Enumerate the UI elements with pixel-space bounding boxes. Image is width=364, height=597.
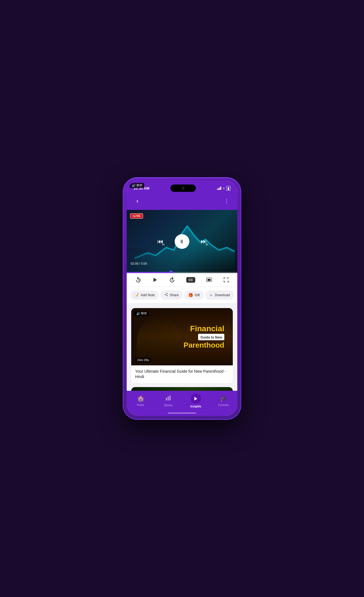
phone-screen: 10:30 AM ≈ ▮ ‹ ⋮: [127, 181, 237, 416]
notch: [170, 185, 196, 192]
svg-marker-10: [194, 397, 198, 401]
phone-frame: 10:30 AM ≈ ▮ ‹ ⋮: [123, 177, 241, 420]
download-button[interactable]: Download: [205, 290, 234, 300]
rewind-button[interactable]: ⏮ 10: [157, 238, 163, 245]
card-bg-1: Financial Guide to New Parenthood: [131, 308, 233, 365]
card-title-main2: Parenthood: [184, 341, 224, 350]
svg-rect-7: [166, 398, 167, 400]
nav-courses[interactable]: 🎓 Courses: [215, 395, 232, 407]
add-note-button[interactable]: 📝 Add Note: [130, 291, 159, 300]
video-time: 02:00 / 5:00: [131, 262, 147, 265]
home-bar: [168, 412, 196, 414]
share-icon: [164, 293, 168, 297]
card-title-main: Financial: [184, 324, 224, 333]
stocks-icon: [165, 395, 171, 403]
cast-icon: [206, 277, 212, 283]
courses-icon: 🎓: [220, 395, 227, 402]
card-thumbnail-2-partial: 🔊 हिन्दी: [131, 387, 233, 391]
cast-button[interactable]: [206, 277, 212, 283]
more-button[interactable]: ⋮: [222, 196, 232, 206]
progress-fill: [127, 272, 171, 273]
content-scroll[interactable]: Financial Guide to New Parenthood 🔊 हिन्…: [127, 305, 237, 391]
pause-icon: ⏸: [179, 239, 185, 245]
fullscreen-button[interactable]: [223, 277, 229, 283]
forward10-button[interactable]: 10: [169, 276, 176, 283]
forward-button[interactable]: ⏭ 10: [201, 238, 207, 245]
signal-icon: [217, 186, 221, 190]
svg-marker-3: [154, 278, 157, 282]
card-subtitle-wrap: Guide to New: [198, 334, 224, 340]
fullscreen-icon: [223, 277, 229, 283]
download-icon: [209, 293, 213, 297]
hindi-badge-1: 🔊 हिन्दी: [134, 311, 149, 316]
video-background: •LIVE ⏮ 10 ⏸ ⏭ 10 02:00 / 5:: [127, 210, 237, 273]
share-icon-svg: [164, 293, 168, 297]
top-nav: ‹ ⋮: [127, 194, 237, 210]
replay10-button[interactable]: 10: [135, 276, 142, 283]
play-icon: [152, 277, 158, 283]
progress-dot: [169, 271, 173, 273]
svg-rect-8: [168, 396, 169, 400]
forward10-icon: 10: [169, 276, 176, 283]
action-bar: 📝 Add Note Share 🎁 Gift: [127, 287, 237, 305]
svg-text:10: 10: [137, 279, 140, 281]
nav-insights-label: Insights: [190, 405, 201, 408]
cc-button[interactable]: CC: [186, 277, 195, 283]
nav-insights[interactable]: Insights: [187, 394, 204, 408]
insights-circle: [191, 394, 201, 404]
card-description-1: Your Ultimate Financial Guide for New Pa…: [135, 369, 229, 380]
pause-button[interactable]: ⏸: [175, 234, 189, 249]
card-duration-1: 24m 09s: [135, 357, 151, 363]
nav-courses-label: Courses: [218, 403, 229, 407]
content-card-1[interactable]: Financial Guide to New Parenthood 🔊 हिन्…: [131, 308, 233, 383]
card-thumbnail-1: Financial Guide to New Parenthood 🔊 हिन्…: [131, 308, 233, 365]
card-title-text-1: Financial Guide to New Parenthood: [184, 324, 227, 350]
gift-button[interactable]: 🎁 Gift: [184, 291, 204, 300]
share-button[interactable]: Share: [160, 290, 183, 300]
nav-stocks-label: Stocks: [164, 404, 172, 407]
progress-bar[interactable]: [127, 272, 237, 273]
bottom-nav: 🏠 Home Stocks I: [127, 391, 237, 410]
download-icon-svg: [209, 293, 213, 297]
home-icon: 🏠: [137, 395, 144, 402]
video-player[interactable]: •LIVE ⏮ 10 ⏸ ⏭ 10 02:00 / 5:: [127, 210, 237, 273]
note-icon: 📝: [134, 293, 139, 297]
player-controls-bar: 10 10 CC: [127, 273, 237, 287]
status-icons: ≈ ▮: [217, 186, 231, 191]
wifi-icon: ≈: [223, 186, 225, 190]
insights-play-icon: [193, 396, 198, 401]
nav-home-label: Home: [137, 403, 144, 407]
front-camera: [182, 187, 185, 190]
card-body-1: Your Ultimate Financial Guide for New Pa…: [131, 365, 233, 383]
back-button[interactable]: ‹: [132, 196, 142, 206]
svg-rect-9: [170, 396, 171, 400]
battery-icon: ▮: [226, 186, 231, 191]
home-indicator: [127, 410, 237, 416]
content-card-2-partial[interactable]: 🔊 हिन्दी: [131, 387, 233, 391]
gift-icon: 🎁: [188, 293, 193, 297]
card-subtitle: Guide to New: [200, 335, 222, 339]
nav-stocks[interactable]: Stocks: [160, 395, 177, 407]
replay10-icon: 10: [135, 276, 142, 283]
nav-home[interactable]: 🏠 Home: [132, 395, 149, 407]
svg-rect-6: [207, 279, 210, 281]
svg-text:10: 10: [171, 279, 174, 281]
play-button[interactable]: [152, 277, 158, 283]
